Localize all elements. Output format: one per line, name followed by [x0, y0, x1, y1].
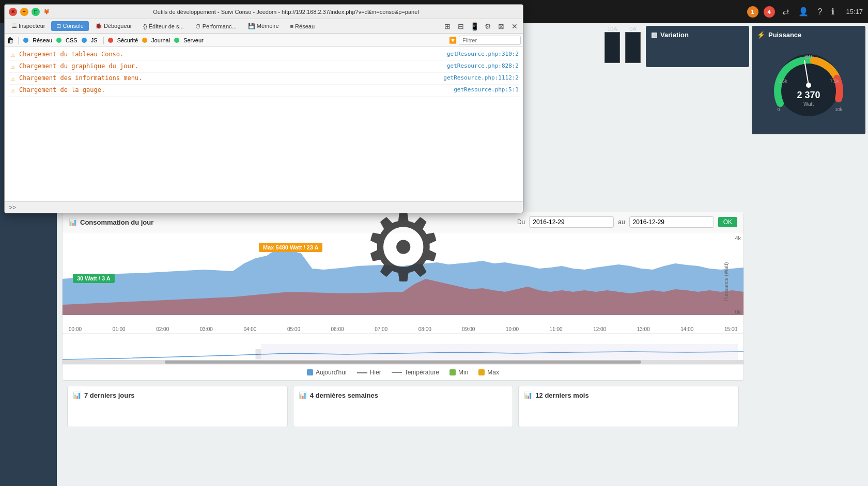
filter-label-js[interactable]: JS	[89, 36, 100, 44]
console-row-2: ⚠ Chargement des informations menu. getR…	[9, 73, 519, 85]
filter-label-journal[interactable]: Journal	[149, 36, 172, 44]
devtools-titlebar: ✕ − □ 🦊 Outils de développement - Suivi …	[5, 5, 523, 19]
legend-yesterday: Hier	[357, 369, 381, 376]
legend-max: Max	[478, 369, 499, 376]
console-loc-2[interactable]: getResource.php:1112:2	[443, 74, 519, 81]
gauge-svg: 2 370 Watt 60 0 10k 2.5k 7.5k	[767, 44, 850, 127]
bottom-title-12months: 📊 12 derniers mois	[524, 391, 733, 399]
console-warning-icon-2: ⚠	[9, 74, 17, 83]
svg-text:0: 0	[777, 107, 780, 112]
badge-2[interactable]: 4	[764, 6, 775, 18]
console-loc-1[interactable]: getResource.php:828:2	[447, 62, 519, 69]
variation-panel-title: ▦ Variation	[651, 31, 744, 39]
console-warning-icon-3: ⚠	[9, 86, 17, 95]
firefox-icon: 🦊	[43, 8, 50, 15]
nav-info-icon[interactable]: ℹ	[829, 5, 836, 19]
filter-dot-security	[108, 38, 113, 43]
win-max-button[interactable]: □	[32, 8, 40, 16]
filter-label-reseau[interactable]: Réseau	[30, 36, 54, 44]
chart-header: 📊 Consommation du jour Du au OK	[63, 212, 743, 232]
chart-icon: 📊	[69, 218, 77, 226]
sensor-bar-10a: 10A	[605, 26, 620, 63]
dt-debugger-btn[interactable]: 🐞 Débogueur	[90, 21, 137, 31]
dt-responsive-btn[interactable]: ⊞	[441, 20, 454, 33]
filter-dot-journal	[142, 38, 147, 43]
power-panel-title: ⚡ Puissance	[757, 31, 860, 39]
console-text-2: Chargement des informations menu.	[19, 74, 443, 82]
win-close-button[interactable]: ✕	[9, 8, 17, 16]
devtools-filterbar: 🗑 | Réseau CSS JS | Sécurité Journal Ser…	[5, 34, 523, 47]
dt-console-icon: ⊡	[56, 23, 61, 29]
date-from-input[interactable]	[529, 216, 614, 228]
dt-console-btn[interactable]: ⊡ Console	[51, 21, 88, 31]
badge-1[interactable]: 1	[747, 6, 758, 18]
x-axis-labels: 00:00 01:00 02:00 03:00 04:00 05:00 06:0…	[63, 325, 743, 333]
console-text-1: Chargement du graphique du jour.	[19, 62, 447, 70]
devtools-bottombar: >>	[5, 201, 523, 213]
dt-mem-icon: 💾	[248, 23, 255, 29]
console-row-1: ⚠ Chargement du graphique du jour. getRe…	[9, 61, 519, 73]
filter-label-security[interactable]: Sécurité	[115, 36, 140, 44]
console-loc-3[interactable]: getResource.php:5:1	[454, 86, 519, 93]
legend-today: Aujourd'hui	[307, 369, 347, 376]
sensor-bar-0a-bar	[625, 32, 641, 63]
nav-share-icon[interactable]: ⇄	[780, 5, 791, 19]
main-chart-svg-container: Max 5480 Watt / 23 A 30 Watt / 3 A 4k 0k…	[63, 232, 743, 325]
dt-split-btn[interactable]: ⊟	[455, 20, 467, 33]
dt-performance-btn[interactable]: ⏱ Performanc...	[190, 22, 242, 31]
dt-inspector-icon: ☰	[12, 23, 17, 29]
filter-dot-reseau	[23, 38, 28, 43]
filter-dot-server	[174, 38, 179, 43]
dt-mobile-btn[interactable]: 📱	[468, 20, 481, 33]
dt-settings-btn[interactable]: ⚙	[482, 20, 494, 33]
devtools-window: ✕ − □ 🦊 Outils de développement - Suivi …	[4, 4, 523, 213]
dt-perf-icon: ⏱	[195, 23, 201, 29]
tooltip-max: Max 5480 Watt / 23 A	[259, 243, 322, 252]
svg-rect-2	[255, 349, 261, 359]
date-to-input[interactable]	[629, 216, 714, 228]
chart-controls: Du au OK	[517, 216, 737, 228]
dt-editor-btn[interactable]: {} Éditeur de s...	[138, 22, 189, 31]
nav-time: 15:17	[846, 8, 863, 15]
variation-panel: ▦ Variation	[646, 26, 749, 67]
power-icon: ⚡	[757, 31, 765, 39]
svg-text:Watt: Watt	[803, 101, 814, 107]
bottom-chart-4weeks: 📊 4 dernières semaines	[293, 386, 514, 427]
filter-trash-icon[interactable]: 🗑	[7, 36, 14, 44]
chart-legend: Aujourd'hui Hier Température Min Max	[63, 364, 743, 380]
nav-help-icon[interactable]: ?	[816, 5, 825, 19]
console-warning-icon-0: ⚠	[9, 51, 17, 59]
legend-max-color	[478, 369, 485, 375]
legend-temp-color	[392, 372, 402, 373]
bottom-title-7days: 📊 7 derniers jours	[73, 391, 282, 399]
chevron-icon: >>	[9, 204, 16, 211]
svg-text:60: 60	[805, 54, 812, 61]
win-min-button[interactable]: −	[20, 8, 28, 16]
dt-close-btn[interactable]: ✕	[508, 20, 521, 33]
legend-yesterday-color	[357, 372, 367, 373]
legend-min: Min	[450, 369, 468, 376]
legend-today-color	[307, 369, 313, 375]
dt-memory-btn[interactable]: 💾 Mémoire	[243, 21, 284, 31]
filter-separator-2: |	[103, 36, 105, 45]
filter-dot-js	[82, 38, 87, 43]
console-loc-0[interactable]: getResource.php:310:2	[447, 51, 519, 57]
svg-text:7.5k: 7.5k	[830, 79, 839, 84]
filter-input[interactable]	[459, 36, 521, 45]
devtools-console: ⚠ Chargement du tableau Conso. getResour…	[5, 47, 523, 201]
ok-button[interactable]: OK	[718, 217, 737, 227]
console-text-3: Chargement de la gauge.	[19, 86, 454, 93]
dt-network-btn[interactable]: ≡ Réseau	[285, 22, 320, 31]
bottom-title-4weeks: 📊 4 dernières semaines	[299, 391, 508, 399]
console-text-0: Chargement du tableau Conso.	[19, 51, 447, 58]
mini-chart	[63, 333, 743, 364]
dt-net-icon: ≡	[290, 23, 293, 29]
main-chart-panel: 📊 Consommation du jour Du au OK Max 5480…	[62, 212, 744, 381]
filter-label-css[interactable]: CSS	[64, 36, 80, 44]
dt-inspecteur-btn[interactable]: ☰ Inspecteur	[7, 21, 50, 31]
filter-label-server[interactable]: Serveur	[181, 36, 206, 44]
dt-debug-icon: 🐞	[95, 23, 102, 29]
sensor-bar-10a-bar	[605, 32, 620, 63]
dt-dock-btn[interactable]: ⊠	[495, 20, 507, 33]
nav-user-icon[interactable]: 👤	[796, 5, 811, 19]
